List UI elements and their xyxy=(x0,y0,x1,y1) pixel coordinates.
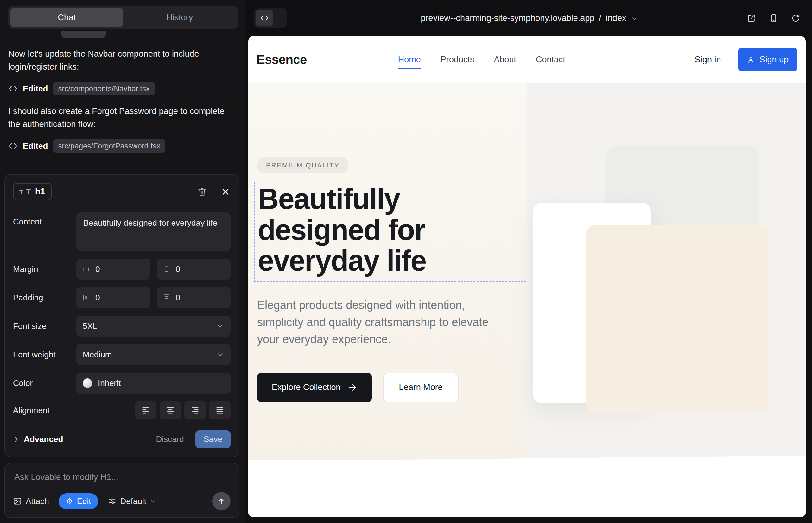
padding-y-value: 0 xyxy=(176,293,180,303)
edit-mode-label: Edit xyxy=(77,497,91,506)
code-icon xyxy=(260,14,268,22)
nav-link-contact[interactable]: Contact xyxy=(536,55,565,65)
save-button[interactable]: Save xyxy=(195,430,231,448)
chevron-down-icon xyxy=(216,322,224,330)
open-external-icon[interactable] xyxy=(747,13,756,23)
composer-toolbar: Attach Edit Default xyxy=(13,492,231,510)
refresh-icon[interactable] xyxy=(791,13,800,23)
font-weight-select[interactable]: Medium xyxy=(76,344,231,365)
content-input[interactable]: Beautifully designed for everyday life xyxy=(76,213,231,251)
quality-badge: PREMIUM QUALITY xyxy=(257,157,348,174)
file-badge[interactable]: src/pages/ForgotPassword.tsx xyxy=(53,139,165,152)
element-tag-label: h1 xyxy=(35,187,45,197)
margin-x-value: 0 xyxy=(95,264,100,274)
advanced-toggle[interactable]: Advanced xyxy=(13,434,63,444)
code-view-toggle xyxy=(254,8,287,28)
margin-field-row: Margin 0 0 xyxy=(13,259,231,279)
padding-vertical-icon xyxy=(162,293,171,302)
site-navbar: Essence Home Products About Contact Sign… xyxy=(248,36,806,83)
align-right-button[interactable] xyxy=(184,401,206,419)
font-size-label: Font size xyxy=(13,321,76,331)
model-selector-label: Default xyxy=(120,497,146,506)
target-icon xyxy=(66,497,73,505)
padding-y-input[interactable]: 0 xyxy=(157,287,231,308)
align-justify-icon xyxy=(215,406,224,415)
margin-x-input[interactable]: 0 xyxy=(76,259,151,279)
chrome-actions xyxy=(747,13,800,23)
content-field-row: Content Beautifully designed for everyda… xyxy=(13,213,231,251)
mobile-view-icon[interactable] xyxy=(769,13,778,23)
padding-horizontal-icon xyxy=(82,293,90,302)
code-icon xyxy=(8,141,18,151)
font-weight-field-row: Font weight Medium xyxy=(13,344,231,365)
sign-in-link[interactable]: Sign in xyxy=(695,55,721,65)
chat-message: I should also create a Forgot Password p… xyxy=(8,105,238,130)
sign-up-button[interactable]: Sign up xyxy=(738,48,797,71)
chat-message: Now let's update the Navbar component to… xyxy=(8,48,238,73)
align-justify-button[interactable] xyxy=(209,401,231,419)
url-bar[interactable]: preview--charming-site-symphony.lovable.… xyxy=(421,13,638,23)
editor-footer: Advanced Discard Save xyxy=(13,430,231,448)
chevron-down-icon xyxy=(631,15,637,22)
chevron-right-icon xyxy=(13,436,19,443)
color-swatch xyxy=(83,378,92,388)
hero-cta-row: Explore Collection Learn More xyxy=(257,373,806,402)
sliders-icon xyxy=(108,497,117,506)
padding-x-value: 0 xyxy=(95,293,100,303)
edit-mode-button[interactable]: Edit xyxy=(58,493,98,509)
tab-history[interactable]: History xyxy=(123,8,236,27)
margin-y-input[interactable]: 0 xyxy=(157,259,231,279)
trash-icon[interactable] xyxy=(197,187,207,197)
typography-icon: T xyxy=(26,187,31,197)
code-icon xyxy=(8,84,18,93)
font-size-select[interactable]: 5XL xyxy=(76,315,231,337)
hero-headline[interactable]: Beautifully designed for everyday life xyxy=(258,184,517,276)
chat-input[interactable] xyxy=(13,470,231,485)
discard-button[interactable]: Discard xyxy=(156,434,184,444)
color-select[interactable]: Inherit xyxy=(76,373,231,394)
nav-link-about[interactable]: About xyxy=(494,55,516,65)
url-host: preview--charming-site-symphony.lovable.… xyxy=(421,13,595,23)
padding-x-input[interactable]: 0 xyxy=(76,287,151,308)
edited-file-row: Edited src/components/Navbar.tsx xyxy=(8,82,238,95)
site-nav-actions: Sign in Sign up xyxy=(695,48,797,71)
align-right-icon xyxy=(191,406,199,415)
model-selector[interactable]: Default xyxy=(108,497,156,506)
chevron-down-icon xyxy=(216,350,224,359)
align-center-icon xyxy=(166,406,175,415)
code-view-button[interactable] xyxy=(255,10,273,26)
nav-link-home[interactable]: Home xyxy=(398,55,421,69)
explore-collection-label: Explore Collection xyxy=(272,382,341,392)
chat-panel: Chat History Now let's update the Navbar… xyxy=(0,0,246,523)
browser-chrome: preview--charming-site-symphony.lovable.… xyxy=(246,0,812,36)
site-nav-links: Home Products About Contact xyxy=(398,55,565,65)
margin-vertical-icon xyxy=(162,265,171,273)
user-icon xyxy=(747,55,755,64)
color-value: Inherit xyxy=(98,378,121,388)
edited-label: Edited xyxy=(23,141,48,151)
site-logo[interactable]: Essence xyxy=(257,53,307,67)
attach-button[interactable]: Attach xyxy=(13,497,49,506)
color-field-row: Color Inherit xyxy=(13,373,231,394)
explore-collection-button[interactable]: Explore Collection xyxy=(257,373,372,402)
attach-image-icon xyxy=(13,497,22,506)
chevron-down-icon xyxy=(150,498,156,504)
editor-header: TT h1 xyxy=(13,183,231,200)
close-icon[interactable] xyxy=(220,187,231,197)
file-badge[interactable]: src/components/Navbar.tsx xyxy=(53,82,155,95)
align-center-button[interactable] xyxy=(160,401,181,419)
font-size-field-row: Font size 5XL xyxy=(13,315,231,337)
nav-link-products[interactable]: Products xyxy=(441,55,474,65)
content-label: Content xyxy=(13,213,76,227)
padding-label: Padding xyxy=(13,293,76,303)
align-left-button[interactable] xyxy=(135,401,156,419)
advanced-label: Advanced xyxy=(24,434,63,444)
hero-section: PREMIUM QUALITY Beautifully designed for… xyxy=(248,157,806,402)
element-tag-pill[interactable]: TT h1 xyxy=(13,183,52,200)
learn-more-button[interactable]: Learn More xyxy=(383,373,459,402)
chat-composer: Attach Edit Default xyxy=(4,463,240,518)
tab-chat[interactable]: Chat xyxy=(11,8,123,27)
align-left-icon xyxy=(141,406,150,415)
edited-file-row: Edited src/pages/ForgotPassword.tsx xyxy=(8,139,238,152)
send-button[interactable] xyxy=(212,492,231,510)
